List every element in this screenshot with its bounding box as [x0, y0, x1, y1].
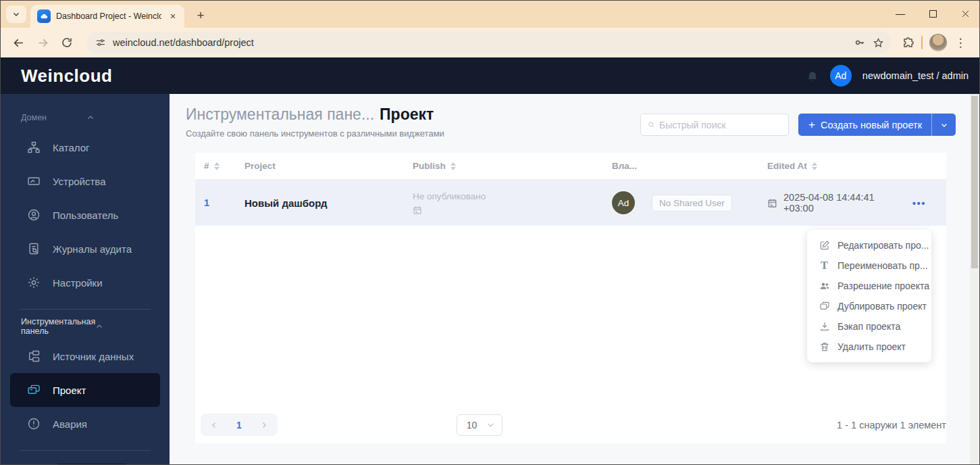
page-topbar: Инструментальная пане...Проект Создайте … [186, 105, 956, 139]
search-icon [648, 120, 654, 130]
toolbar-divider [921, 36, 923, 49]
breadcrumb: Инструментальная пане... [186, 105, 374, 123]
sidebar-item-user[interactable]: Пользователь [1, 198, 170, 232]
tab-search-button[interactable] [6, 5, 26, 23]
main-content: Инструментальная пане...Проект Создайте … [170, 94, 970, 465]
page-number[interactable]: 1 [236, 420, 242, 431]
notification-bell-icon[interactable] [806, 69, 819, 82]
sidebar-section-domain[interactable]: Домен [1, 110, 170, 125]
edited-at-cell: 2025-04-08 14:44:41 +03:00 [758, 192, 899, 214]
page-subtitle: Создайте свою панель инструментов с разл… [186, 128, 444, 139]
menu-item-project-permission[interactable]: Разрешение проекта [807, 276, 931, 296]
close-button[interactable] [955, 4, 975, 23]
sort-icon[interactable] [812, 162, 817, 170]
create-project-main[interactable]: + Создать новый проетк [798, 118, 931, 132]
page-size-select[interactable]: 10 [457, 414, 502, 436]
sidebar-item-settings[interactable]: Настройки [1, 266, 170, 299]
owner-avatar[interactable]: Ad [612, 191, 635, 214]
device-monitor-icon [26, 174, 41, 188]
column-header-edited-at[interactable]: Edited At [758, 161, 899, 171]
menu-item-rename-project[interactable]: T Переименовать пр... [807, 255, 931, 276]
sidebar-item-label: Настройки [53, 277, 103, 289]
sidebar-divider [20, 309, 151, 310]
sort-icon[interactable] [450, 162, 456, 170]
table-footer: 1 10 1 - 1 снаружи 1 элемент [195, 413, 946, 443]
active-browser-tab[interactable]: Dashboard Project - Weincloud [30, 5, 184, 28]
menu-item-backup-project[interactable]: Бэкап проекта [807, 316, 931, 337]
gear-icon [26, 276, 41, 289]
account-name[interactable]: newdomain_test / admin [862, 70, 969, 81]
menu-item-delete-project[interactable]: Удалить проект [807, 337, 931, 357]
sidebar-item-project[interactable]: Проект [10, 373, 160, 407]
page-size-value: 10 [467, 420, 486, 431]
forward-button[interactable] [32, 32, 53, 53]
url-text[interactable]: weincloud.net/dashboard/project [113, 37, 847, 48]
column-header-project[interactable]: Project [236, 161, 404, 171]
sidebar-item-label: Авария [53, 418, 87, 430]
tab-title: Dashboard Project - Weincloud [56, 11, 161, 21]
project-icon [26, 383, 41, 397]
row-more-actions-icon[interactable]: ••• [912, 197, 926, 209]
chevron-down-icon [12, 10, 20, 18]
password-key-icon[interactable] [854, 36, 866, 49]
column-header-owner[interactable]: Вла... [603, 161, 758, 171]
sort-icon[interactable] [214, 162, 220, 170]
section-label: Домен [21, 113, 86, 122]
app-logo: Weincloud [21, 66, 112, 87]
rename-text-icon: T [819, 260, 830, 272]
create-project-button[interactable]: + Создать новый проетк [798, 114, 956, 136]
sidebar-item-catalog[interactable]: Каталог [1, 130, 170, 164]
shared-user-tag: No Shared User [652, 195, 732, 212]
create-project-dropdown[interactable] [931, 114, 956, 136]
sitemap-icon [26, 141, 41, 154]
menu-item-label: Разрешение проекта [837, 280, 929, 291]
create-project-label: Создать новый проетк [821, 120, 922, 130]
column-label: Вла... [612, 161, 637, 171]
project-name[interactable]: Новый дашборд [236, 197, 404, 209]
owner-cell: Ad No Shared User [603, 191, 758, 214]
browser-window: Dashboard Project - Weincloud + — [0, 0, 980, 465]
user-circle-icon [26, 208, 41, 222]
tab-close-icon[interactable] [167, 10, 179, 22]
new-tab-button[interactable]: + [191, 6, 210, 25]
table-header-row: # Project Publish Вла... Edited At [195, 153, 946, 180]
menu-item-edit-project[interactable]: Редактировать про... [807, 235, 931, 255]
browser-menu-icon[interactable]: ⋮ [954, 36, 967, 50]
column-header-num[interactable]: # [195, 161, 236, 171]
publish-status: Не опубликовано [413, 191, 603, 201]
menu-item-label: Бэкап проекта [837, 321, 900, 332]
row-number: 1 [195, 197, 236, 208]
page-scrollbar[interactable] [970, 94, 979, 465]
previous-page-icon[interactable] [210, 421, 218, 429]
url-bar[interactable]: weincloud.net/dashboard/project [87, 32, 891, 53]
download-icon [819, 321, 830, 332]
column-header-publish[interactable]: Publish [404, 161, 603, 171]
extensions-puzzle-icon[interactable] [902, 36, 914, 49]
sidebar-item-label: Журналы аудита [53, 243, 132, 255]
minimize-button[interactable]: — [890, 4, 910, 23]
user-avatar[interactable]: Ad [830, 65, 852, 87]
table-row[interactable]: 1 Новый дашборд Не опубликовано Ad No Sh… [195, 180, 946, 226]
scrollbar-thumb[interactable] [971, 96, 978, 268]
sidebar-divider [20, 450, 151, 451]
sidebar-item-data-source[interactable]: Источник данных [1, 339, 170, 373]
window-controls: — [890, 3, 975, 24]
maximize-button[interactable] [923, 4, 943, 23]
app-header: Weincloud Ad newdomain_test / admin [1, 57, 979, 94]
back-button[interactable] [7, 32, 29, 53]
browser-profile-avatar[interactable] [929, 34, 947, 51]
bookmark-star-icon[interactable] [873, 37, 884, 49]
page-title-block: Инструментальная пане...Проект Создайте … [186, 105, 444, 139]
edited-at-value: 2025-04-08 14:44:41 +03:00 [783, 192, 899, 214]
site-settings-icon[interactable] [95, 37, 106, 48]
sidebar-item-alarm[interactable]: Авария [1, 407, 170, 441]
next-page-icon[interactable] [260, 421, 268, 429]
column-label: Publish [413, 161, 446, 171]
search-input[interactable] [659, 120, 781, 130]
sidebar-section-dashboard[interactable]: Инструментальная панель [1, 319, 170, 334]
reload-button[interactable] [56, 32, 78, 53]
sidebar-item-devices[interactable]: Устройства [1, 164, 170, 198]
column-label: Project [244, 161, 276, 171]
sidebar-item-audit-logs[interactable]: Журналы аудита [1, 232, 170, 266]
menu-item-duplicate-project[interactable]: Дублировать проект [807, 296, 931, 316]
